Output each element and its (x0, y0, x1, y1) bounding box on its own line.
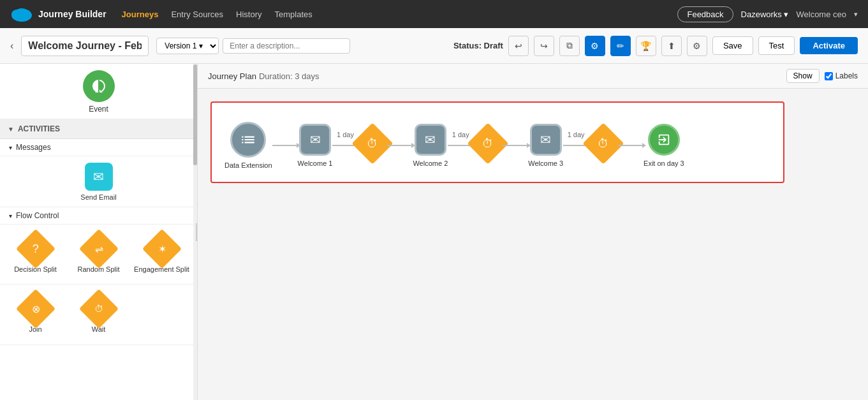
nav-templates[interactable]: Templates (275, 10, 313, 19)
wait1-node[interactable]: ⏱ (358, 129, 387, 162)
app-logo: Journey Builder (10, 6, 107, 22)
labels-check: Labels (825, 71, 858, 80)
welcome1-label: Welcome 1 (298, 159, 333, 167)
wait1-icon: ⏱ (352, 122, 394, 164)
wait3-icon: ⏱ (583, 122, 624, 164)
send-email-label: Send Email (80, 193, 116, 202)
engagement-split-item[interactable]: ✶ Engagement Split (131, 230, 192, 279)
toolbar: ‹ Version 1 ▾ Status: Draft ↩ ↪ ⧉ ⚙ ✏ 🏆 … (0, 28, 868, 64)
edit-button[interactable]: ✏ (610, 36, 631, 56)
activities-label: ACTIVITIES (18, 124, 60, 133)
welcome2-node[interactable]: ✉ Welcome 2 (413, 124, 448, 167)
welcome3-label: Welcome 3 (528, 159, 563, 167)
connector-line-7 (618, 145, 644, 146)
data-extension-icon (230, 122, 266, 158)
messages-subsection[interactable]: ▾ Messages (0, 139, 197, 156)
journey-flow: Data Extension ✉ Welcome 1 1 day (210, 101, 784, 183)
activate-button[interactable]: Activate (800, 37, 858, 54)
engagement-split-icon: ✶ (142, 229, 181, 269)
welcome-label: Welcome ceo (796, 10, 846, 19)
main-nav: Journeys Entry Sources History Templates (122, 10, 663, 19)
wait2-icon: ⏱ (467, 122, 509, 164)
share-button[interactable]: ⬆ (661, 36, 682, 56)
svg-point-3 (15, 8, 28, 16)
decision-split-item[interactable]: ? Decision Split (5, 230, 66, 279)
undo-button[interactable]: ↩ (508, 36, 529, 56)
filter-button[interactable]: ⚙ (585, 36, 605, 56)
connector-line-3 (387, 145, 413, 146)
trophy-button[interactable]: 🏆 (636, 36, 656, 56)
journey-plan-header-right: Show Labels (786, 69, 858, 83)
sidebar-scrollbar-thumb (193, 64, 197, 165)
labels-checkbox[interactable] (825, 72, 833, 80)
messages-arrow-icon: ▾ (9, 144, 12, 151)
decision-split-icon: ? (15, 229, 55, 269)
flow-control-arrow-icon: ▾ (9, 212, 12, 219)
random-split-item[interactable]: ⇌ Random Split (68, 230, 129, 279)
event-label: Event (0, 105, 197, 114)
toolbar-center: Status: Draft ↩ ↪ ⧉ ⚙ ✏ 🏆 ⬆ ⚙ Save Test … (453, 36, 858, 56)
top-right-section: Feedback Dazeworks ▾ Welcome ceo ▾ (677, 6, 858, 22)
wait2-node[interactable]: ⏱ (473, 129, 503, 162)
main-layout: Event ▼ ACTIVITIES ▾ Messages ✉ Send Ema… (0, 64, 868, 400)
welcome1-icon: ✉ (299, 124, 331, 156)
exit-node[interactable]: Exit on day 3 (644, 124, 684, 167)
wait3-node[interactable]: ⏱ (589, 129, 618, 162)
sidebar-event-section: Event (0, 64, 197, 119)
copy-button[interactable]: ⧉ (559, 36, 580, 56)
event-icon (83, 70, 115, 102)
app-name: Journey Builder (38, 9, 107, 19)
exit-icon (648, 124, 680, 156)
feedback-button[interactable]: Feedback (677, 6, 733, 22)
sidebar: Event ▼ ACTIVITIES ▾ Messages ✉ Send Ema… (0, 64, 198, 400)
back-button[interactable]: ‹ (10, 40, 13, 52)
show-button[interactable]: Show (786, 69, 820, 83)
send-email-item[interactable]: ✉ Send Email (0, 156, 197, 207)
journey-title-input[interactable] (21, 36, 149, 56)
labels-label: Labels (835, 71, 858, 80)
logo-icon (10, 6, 33, 22)
welcome2-icon: ✉ (415, 124, 446, 156)
messages-label: Messages (16, 143, 51, 152)
welcome3-icon: ✉ (530, 124, 562, 156)
nav-history[interactable]: History (236, 10, 261, 19)
join-icon: ⊗ (15, 289, 55, 329)
join-item[interactable]: ⊗ Join (5, 290, 66, 339)
flow-items-grid: ? Decision Split ⇌ Random Split ✶ Engage… (0, 225, 197, 285)
org-name[interactable]: Dazeworks ▾ (741, 10, 789, 19)
test-button[interactable]: Test (758, 36, 795, 55)
connector-line-1 (272, 145, 298, 146)
canvas-area: Journey Plan Duration: 3 days Show Label… (198, 64, 868, 400)
nav-entry-sources[interactable]: Entry Sources (171, 10, 223, 19)
connector-1 (272, 145, 298, 146)
journey-duration: Duration: 3 days (259, 71, 320, 81)
welcome1-node[interactable]: ✉ Welcome 1 (298, 124, 333, 167)
day-label-1: 1 day (337, 131, 354, 138)
day-label-3: 1 day (568, 131, 585, 138)
wait-item[interactable]: ⏱ Wait (68, 290, 129, 339)
settings-button[interactable]: ⚙ (687, 36, 707, 56)
connector-3 (387, 145, 413, 146)
wait-icon: ⏱ (78, 289, 118, 329)
flow-control-subsection[interactable]: ▾ Flow Control (0, 207, 197, 225)
welcome3-node[interactable]: ✉ Welcome 3 (528, 124, 563, 167)
random-split-icon: ⇌ (78, 229, 118, 269)
day-label-2: 1 day (452, 131, 469, 138)
journey-plan-title: Journey Plan (208, 71, 256, 81)
activities-section-header[interactable]: ▼ ACTIVITIES (0, 119, 197, 139)
flow-control-label: Flow Control (16, 211, 59, 220)
connector-line-5 (503, 145, 528, 146)
version-select[interactable]: Version 1 ▾ (156, 38, 219, 54)
flow-items-grid2: ⊗ Join ⏱ Wait (0, 285, 197, 344)
top-navigation: Journey Builder Journeys Entry Sources H… (0, 0, 868, 28)
nav-journeys[interactable]: Journeys (122, 10, 159, 19)
data-extension-label: Data Extension (224, 161, 272, 169)
connector-5 (503, 145, 528, 146)
data-extension-node[interactable]: Data Extension (224, 122, 272, 169)
exit-label: Exit on day 3 (644, 159, 684, 167)
description-input[interactable] (223, 38, 350, 54)
redo-button[interactable]: ↪ (534, 36, 554, 56)
send-email-icon: ✉ (85, 163, 113, 191)
save-button[interactable]: Save (712, 36, 753, 55)
welcome2-label: Welcome 2 (413, 159, 448, 167)
